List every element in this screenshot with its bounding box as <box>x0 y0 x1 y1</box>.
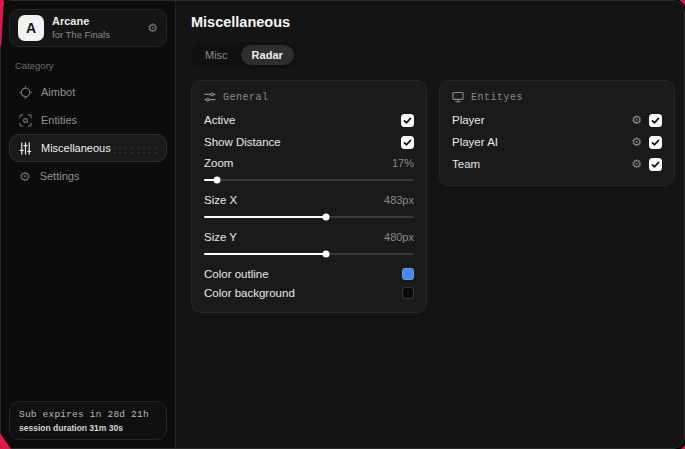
size-x-slider[interactable] <box>204 216 414 218</box>
size-x-slider-thumb[interactable] <box>322 214 329 221</box>
scan-icon <box>19 114 32 127</box>
entity-label: Team <box>452 158 480 170</box>
gear-icon[interactable]: ⚙ <box>631 136 642 148</box>
setting-row-show-distance: Show Distance <box>204 131 414 153</box>
entities-panel-header: Entityes <box>452 91 662 103</box>
size-x-value: 483px <box>384 194 414 206</box>
subscription-card: Sub expires in 28d 21h session duration … <box>9 401 167 440</box>
gear-icon[interactable]: ⚙ <box>147 22 158 34</box>
entity-row-player: Player ⚙ <box>452 109 662 131</box>
entity-label: Player AI <box>452 136 498 148</box>
entity-row-team: Team ⚙ <box>452 153 662 175</box>
sidebar-spacer <box>9 190 167 401</box>
zoom-slider[interactable] <box>204 179 414 181</box>
panels-row: General Active Show Distance <box>191 80 675 313</box>
check-icon <box>403 116 412 125</box>
sliders-horizontal-icon <box>204 91 216 103</box>
crosshair-icon <box>19 86 32 99</box>
tab-radar[interactable]: Radar <box>241 45 294 65</box>
player-ai-checkbox[interactable] <box>649 136 662 149</box>
monitor-icon <box>452 91 464 103</box>
sub-expires-text: Sub expires in 28d 21h <box>19 409 157 420</box>
color-background-swatch[interactable] <box>402 287 414 299</box>
slider-fill <box>204 216 326 218</box>
setting-label: Active <box>204 114 235 126</box>
size-y-slider[interactable] <box>204 253 414 255</box>
setting-label: Size Y <box>204 231 237 243</box>
check-icon <box>651 160 660 169</box>
general-panel-title: General <box>223 92 269 103</box>
brand-card: A Arcane for The Finals ⚙ <box>9 9 167 47</box>
zoom-value: 17% <box>392 157 414 169</box>
setting-label: Size X <box>204 194 237 206</box>
gear-icon[interactable]: ⚙ <box>631 158 642 170</box>
gear-icon: ⚙ <box>19 169 31 184</box>
tab-misc[interactable]: Misc <box>194 45 239 65</box>
sidebar-item-entities[interactable]: Entities <box>9 106 167 134</box>
active-checkbox[interactable] <box>401 114 414 127</box>
check-icon <box>651 116 660 125</box>
size-y-slider-thumb[interactable] <box>322 251 329 258</box>
app-logo: A <box>18 15 44 41</box>
check-icon <box>651 138 660 147</box>
setting-row-size-y: Size Y 480px <box>204 227 414 264</box>
entities-panel-title: Entityes <box>471 92 523 103</box>
sidebar-item-label: Miscellaneous <box>41 142 111 154</box>
session-duration-text: session duration 31m 30s <box>19 423 157 433</box>
sidebar-item-aimbot[interactable]: Aimbot <box>9 78 167 106</box>
sliders-icon <box>19 142 32 155</box>
sidebar-item-miscellaneous[interactable]: Miscellaneous <box>9 134 167 162</box>
setting-row-active: Active <box>204 109 414 131</box>
category-label: Category <box>15 60 161 71</box>
page-title: Miscellaneous <box>191 14 675 30</box>
entity-label: Player <box>452 114 485 126</box>
setting-label: Show Distance <box>204 136 281 148</box>
sidebar-item-settings[interactable]: ⚙ Settings <box>9 162 167 190</box>
entity-row-player-ai: Player AI ⚙ <box>452 131 662 153</box>
main-content: Miscellaneous Misc Radar General <box>176 1 685 448</box>
player-checkbox[interactable] <box>649 114 662 127</box>
setting-label: Zoom <box>204 157 233 169</box>
sidebar-item-label: Settings <box>40 170 80 182</box>
general-panel: General Active Show Distance <box>191 80 427 313</box>
sidebar-item-label: Entities <box>41 114 77 126</box>
check-icon <box>403 138 412 147</box>
tab-bar: Misc Radar <box>191 42 297 68</box>
brand-text: Arcane for The Finals <box>52 15 110 41</box>
setting-label: Color background <box>204 287 295 299</box>
app-window: A Arcane for The Finals ⚙ Category Aimbo… <box>0 0 685 449</box>
zoom-slider-thumb[interactable] <box>213 177 220 184</box>
setting-row-color-outline: Color outline <box>204 264 414 283</box>
sidebar-nav: Aimbot Entities <box>9 78 167 190</box>
brand-name: Arcane <box>52 15 110 29</box>
active-item-dots-decoration <box>111 145 159 157</box>
show-distance-checkbox[interactable] <box>401 136 414 149</box>
brand-subtitle: for The Finals <box>52 29 110 41</box>
general-panel-header: General <box>204 91 414 103</box>
setting-row-zoom: Zoom 17% <box>204 153 414 190</box>
setting-row-color-background: Color background <box>204 283 414 302</box>
sidebar-item-label: Aimbot <box>41 86 75 98</box>
slider-fill <box>204 253 326 255</box>
setting-label: Color outline <box>204 268 269 280</box>
color-outline-swatch[interactable] <box>402 268 414 280</box>
team-checkbox[interactable] <box>649 158 662 171</box>
sidebar: A Arcane for The Finals ⚙ Category Aimbo… <box>1 1 176 448</box>
entities-panel: Entityes Player ⚙ Player AI <box>439 80 675 186</box>
setting-row-size-x: Size X 483px <box>204 190 414 227</box>
gear-icon[interactable]: ⚙ <box>631 114 642 126</box>
size-y-value: 480px <box>384 231 414 243</box>
